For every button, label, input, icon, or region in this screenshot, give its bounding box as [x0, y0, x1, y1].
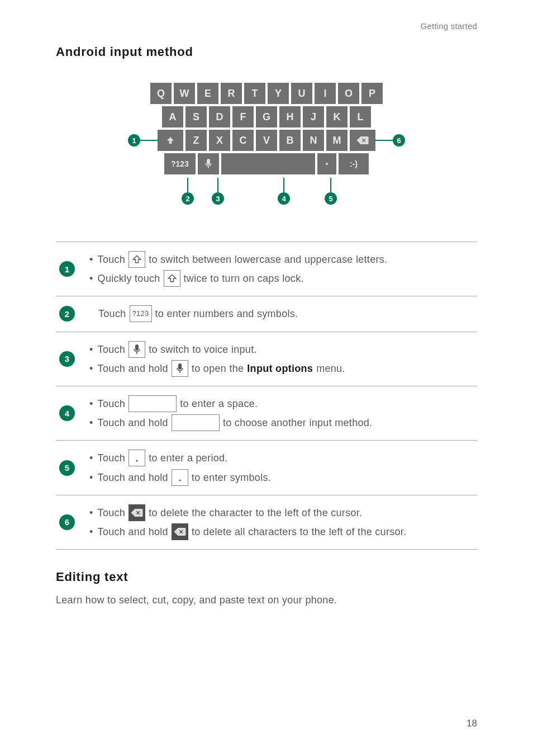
callout-3: 3 — [212, 192, 224, 205]
key-l: L — [350, 106, 371, 127]
key-c: C — [232, 130, 254, 151]
key-p: P — [361, 83, 383, 104]
callout-6: 6 — [393, 134, 405, 147]
callout-line-4 — [283, 178, 284, 192]
row6-b-before: Touch and hold — [98, 522, 168, 541]
svg-point-8 — [179, 479, 180, 481]
key-s: S — [185, 106, 207, 127]
key-n: N — [303, 130, 324, 151]
table-row: 4 Touch to enter a space. Touch and hold… — [56, 386, 477, 441]
key-e: E — [197, 83, 218, 104]
table-row: 6 Touch to delete the character to the l… — [56, 495, 477, 550]
key-m: M — [326, 130, 348, 151]
row-number-6: 6 — [59, 514, 75, 530]
shift-icon — [129, 251, 145, 268]
svg-rect-3 — [135, 344, 139, 351]
editing-description: Learn how to select, cut, copy, and past… — [56, 594, 477, 606]
row5-b-before: Touch and hold — [98, 468, 168, 487]
keyboard-row-2: A S D F G H J K L — [99, 106, 434, 127]
key-v: V — [256, 130, 277, 151]
svg-rect-5 — [178, 363, 182, 370]
table-row: 1 Touch to switch between lowercase and … — [56, 242, 477, 296]
table-row: 5 Touch to enter a period. Touch and hol… — [56, 441, 477, 495]
backspace-icon — [129, 504, 145, 521]
key-q: Q — [150, 83, 172, 104]
row1-b-after: twice to turn on caps lock. — [184, 269, 304, 288]
callout-5: 5 — [325, 192, 337, 205]
shift-icon — [164, 270, 180, 287]
row6-a-after: to delete the character to the left of t… — [149, 503, 362, 522]
key-mic — [198, 153, 219, 174]
callout-line-6 — [375, 140, 393, 141]
row-number-2: 2 — [59, 306, 75, 322]
key-k: K — [326, 106, 348, 127]
callout-line-2 — [187, 178, 188, 192]
row3-a-before: Touch — [98, 340, 126, 359]
row4-b-after: to choose another input method. — [223, 413, 372, 432]
key-b: B — [279, 130, 301, 151]
svg-rect-0 — [207, 159, 210, 165]
row5-a-before: Touch — [98, 448, 126, 467]
backspace-icon — [172, 523, 188, 540]
key-r: R — [221, 83, 242, 104]
row3-b-bold: Input options — [247, 359, 313, 378]
row3-b-mid: to open the — [192, 359, 244, 378]
callout-2: 2 — [182, 192, 194, 205]
row1-a-after: to switch between lowercase and uppercas… — [149, 250, 387, 269]
row6-b-after: to delete all characters to the left of … — [192, 522, 407, 541]
keyboard-row-1: Q W E R T Y U I O P — [99, 83, 434, 104]
key-f: F — [232, 106, 254, 127]
key-u: U — [291, 83, 312, 104]
key-symbols: ?123 — [164, 153, 196, 174]
key-a: A — [162, 106, 183, 127]
key-x: X — [209, 130, 230, 151]
key-space — [221, 153, 315, 174]
key-shift — [158, 130, 183, 151]
reference-table: 1 Touch to switch between lowercase and … — [56, 242, 477, 550]
key-i: I — [315, 83, 336, 104]
mic-icon — [172, 360, 188, 377]
key-h: H — [279, 106, 301, 127]
row1-a-before: Touch — [98, 250, 126, 269]
row4-a-before: Touch — [98, 394, 126, 413]
table-row: 3 Touch to switch to voice input. Touch … — [56, 332, 477, 386]
key-w: W — [174, 83, 195, 104]
key-g: G — [256, 106, 277, 127]
table-row: 2 Touch ?123 to enter numbers and symbol… — [56, 296, 477, 332]
svg-point-2 — [326, 163, 328, 165]
key-t: T — [244, 83, 265, 104]
period-key-icon — [129, 450, 145, 466]
row-number-4: 4 — [59, 405, 75, 421]
row-number-1: 1 — [59, 261, 75, 277]
keyboard-illustration: Q W E R T Y U I O P A S D F G H J K L — [56, 79, 477, 219]
row-number-3: 3 — [59, 351, 75, 367]
key-y: Y — [268, 83, 289, 104]
key-z: Z — [185, 130, 207, 151]
key-backspace — [350, 130, 375, 151]
symbols-key-icon: ?123 — [130, 305, 152, 322]
row6-a-before: Touch — [98, 503, 126, 522]
callout-1: 1 — [128, 134, 140, 147]
row3-b-after: menu. — [316, 359, 345, 378]
key-o: O — [338, 83, 359, 104]
mic-icon — [129, 341, 145, 358]
row-number-5: 5 — [59, 460, 75, 476]
row5-a-after: to enter a period. — [149, 448, 228, 467]
callout-line-3 — [217, 178, 218, 192]
callout-line-5 — [330, 178, 331, 192]
row2-before: Touch — [98, 304, 126, 323]
row2-after: to enter numbers and symbols. — [155, 304, 298, 323]
keyboard-row-4: ?123 :-) — [99, 153, 434, 174]
spacebar-icon — [172, 414, 220, 431]
header-label: Getting started — [421, 21, 477, 31]
key-j: J — [303, 106, 324, 127]
row1-b-before: Quickly touch — [98, 269, 160, 288]
key-period — [317, 153, 336, 174]
section-title-android: Android input method — [56, 45, 477, 59]
callout-4: 4 — [278, 192, 290, 205]
spacebar-icon — [129, 395, 177, 412]
row4-b-before: Touch and hold — [98, 413, 168, 432]
row5-b-after: to enter symbols. — [192, 468, 271, 487]
callout-line-1 — [140, 140, 158, 141]
key-d: D — [209, 106, 230, 127]
